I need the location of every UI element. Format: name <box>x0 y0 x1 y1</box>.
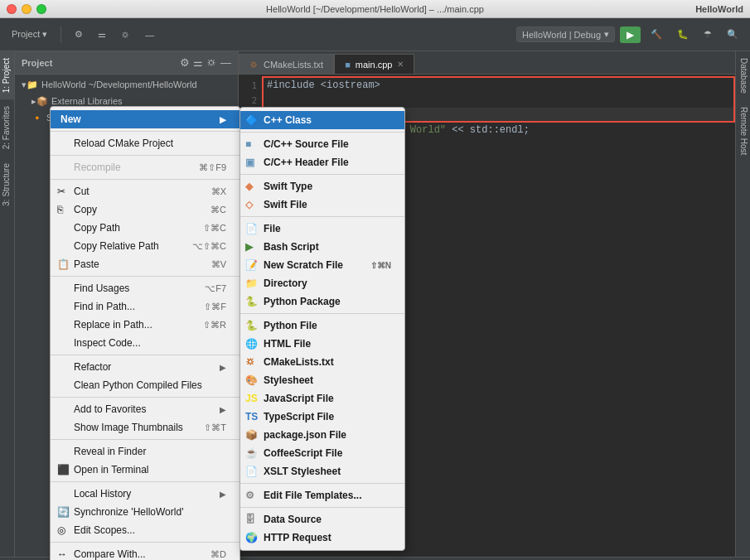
xslt-icon: 📄 <box>245 466 258 477</box>
submenu-item-stylesheet[interactable]: 🎨 Stylesheet <box>240 371 404 389</box>
context-menu-item-paste[interactable]: 📋 Paste ⌘V <box>51 255 240 273</box>
bash-icon: ▶ <box>245 241 253 253</box>
debug-icon[interactable]: 🐛 <box>672 27 694 41</box>
search-icon[interactable]: 🔍 <box>722 27 743 41</box>
submenu-item-python-package[interactable]: 🐍 Python Package <box>240 292 404 311</box>
context-menu-item-new[interactable]: New ▶ 🔷 C++ Class ■ C/C++ Source File <box>51 110 240 128</box>
directory-icon: 📁 <box>245 278 258 289</box>
replaceinpath-label: Replace in Path... <box>74 319 152 331</box>
context-menu-item-openterm[interactable]: ⬛ Open in Terminal <box>51 461 240 479</box>
reload-label: Reload CMake Project <box>74 138 173 149</box>
submenu-item-pkg-json[interactable]: 📦 package.json File <box>240 426 404 444</box>
app-name: HelloWorld <box>695 4 743 14</box>
templates-icon: ⚙ <box>245 490 254 501</box>
chevron-down-icon: ▾ <box>604 29 609 40</box>
submenu-item-label: Directory <box>264 278 307 289</box>
minus-icon[interactable]: — <box>140 28 159 41</box>
copyrelpath-label: Copy Relative Path <box>74 240 159 252</box>
window-title: HelloWorld [~/Development/HelloWorld] – … <box>266 4 484 14</box>
submenu-item-xslt[interactable]: 📄 XSLT Stylesheet <box>240 462 404 480</box>
cut-icon: ✂ <box>57 186 65 197</box>
submenu-item-http-request[interactable]: 🌍 HTTP Request <box>240 529 404 547</box>
submenu-item-file[interactable]: 📄 File <box>240 220 404 238</box>
close-button[interactable] <box>7 4 17 14</box>
context-menu-item-addtofav[interactable]: Add to Favorites ▶ <box>51 400 240 418</box>
ctx-separator <box>51 397 240 398</box>
html-icon: 🌐 <box>245 338 258 350</box>
context-menu-item-copy[interactable]: ⎘ Copy ⌘C <box>51 200 240 219</box>
context-menu-item-revealfinder[interactable]: Reveal in Finder <box>51 442 240 461</box>
datasource-icon: 🗄 <box>245 514 255 525</box>
submenu-item-scratch-file[interactable]: 📝 New Scratch File ⇧⌘N <box>240 256 404 274</box>
submenu-item-swift-type[interactable]: ◆ Swift Type <box>240 177 404 196</box>
arrow-icon: ▶ <box>220 363 226 372</box>
submenu-item-label: HTML File <box>264 338 311 350</box>
python-pkg-icon: 🐍 <box>245 296 258 307</box>
context-menu-item-comparewith[interactable]: ↔ Compare With... ⌘D <box>51 545 240 560</box>
scope-icon: ◎ <box>57 524 65 536</box>
findusages-label: Find Usages <box>74 282 129 294</box>
debug-config-dropdown[interactable]: HelloWorld | Debug ▾ <box>516 27 615 42</box>
window-controls[interactable] <box>7 4 46 14</box>
showimgthumbs-label: Show Image Thumbnails <box>74 422 183 433</box>
submenu-item-cpp-header[interactable]: ▣ C/C++ Header File <box>240 153 404 171</box>
minimize-button[interactable] <box>22 4 31 14</box>
npm-icon: 📦 <box>245 429 258 441</box>
context-menu-item-cut[interactable]: ✂ Cut ⌘X <box>51 182 240 200</box>
submenu-item-cpp-class[interactable]: 🔷 C++ Class <box>240 111 404 129</box>
cpp-header-icon: ▣ <box>245 157 254 168</box>
submenu-item-label: CMakeLists.txt <box>264 356 334 368</box>
submenu-item-label: New Scratch File <box>264 259 343 271</box>
paste-shortcut: ⌘V <box>211 259 226 270</box>
build-icon[interactable]: 🔨 <box>646 27 667 41</box>
settings-icon[interactable]: ⚙ <box>70 27 88 41</box>
inspectcode-label: Inspect Code... <box>74 337 141 349</box>
submenu-item-python-file[interactable]: 🐍 Python File <box>240 316 404 335</box>
context-menu-item-findusages[interactable]: Find Usages ⌥F7 <box>51 279 240 297</box>
submenu-item-html-file[interactable]: 🌐 HTML File <box>240 335 404 353</box>
submenu-item-cpp-source[interactable]: ■ C/C++ Source File <box>240 135 404 153</box>
submenu-item-cmake[interactable]: ⛭ CMakeLists.txt <box>240 353 404 371</box>
http-icon: 🌍 <box>245 532 258 543</box>
title-bar: HelloWorld [~/Development/HelloWorld] – … <box>0 0 750 18</box>
context-menu-item-copypath[interactable]: Copy Path ⇧⌘C <box>51 219 240 237</box>
paste-icon: 📋 <box>57 258 70 270</box>
paste-label: Paste <box>74 258 99 270</box>
arrow-icon: ▶ <box>220 490 226 499</box>
context-menu-item-findinpath[interactable]: Find in Path... ⇧⌘F <box>51 297 240 316</box>
run-button[interactable]: ▶ <box>620 27 641 43</box>
context-menu-item-inspectcode[interactable]: Inspect Code... <box>51 334 240 352</box>
coverage-icon[interactable]: ☂ <box>699 27 717 41</box>
context-menu-item-cleanpython[interactable]: Clean Python Compiled Files <box>51 376 240 394</box>
sync-label: Synchronize 'HelloWorld' <box>74 506 183 518</box>
project-dropdown[interactable]: Project ▾ <box>7 27 52 41</box>
submenu-item-swift-file[interactable]: ◇ Swift File <box>240 196 404 214</box>
context-menu-item-refactor[interactable]: Refactor ▶ <box>51 358 240 376</box>
arrow-icon: ▶ <box>220 115 226 124</box>
submenu-item-js-file[interactable]: JS JavaScript File <box>240 389 404 408</box>
context-menu-item-reload[interactable]: Reload CMake Project <box>51 134 240 152</box>
submenu-item-edit-templates[interactable]: ⚙ Edit File Templates... <box>240 486 404 504</box>
ctx-separator <box>51 179 240 180</box>
context-menu-item-showimgthumbs[interactable]: Show Image Thumbnails ⇧⌘T <box>51 418 240 437</box>
context-menu-item-editscopes[interactable]: ◎ Edit Scopes... <box>51 521 240 539</box>
arrow-icon: ▶ <box>220 405 226 414</box>
gear-icon[interactable]: ⛭ <box>116 28 135 41</box>
context-menu-item-sync[interactable]: 🔄 Synchronize 'HelloWorld' <box>51 503 240 521</box>
context-menu-item-replaceinpath[interactable]: Replace in Path... ⇧⌘R <box>51 316 240 334</box>
submenu-item-directory[interactable]: 📁 Directory <box>240 274 404 292</box>
maximize-button[interactable] <box>36 4 46 14</box>
editscopes-label: Edit Scopes... <box>74 524 135 536</box>
submenu-item-coffee[interactable]: ☕ CoffeeScript File <box>240 444 404 462</box>
submenu-item-data-source[interactable]: 🗄 Data Source <box>240 510 404 529</box>
ts-icon: TS <box>245 411 258 422</box>
refactor-label: Refactor <box>74 361 111 373</box>
replaceinpath-shortcut: ⇧⌘R <box>203 320 226 331</box>
submenu-item-bash-script[interactable]: ▶ Bash Script <box>240 238 404 256</box>
submenu-item-label: Stylesheet <box>264 374 313 386</box>
context-menu-item-localhistory[interactable]: Local History ▶ <box>51 485 240 503</box>
context-menu-item-copyrelpath[interactable]: Copy Relative Path ⌥⇧⌘C <box>51 237 240 255</box>
equalizer-icon[interactable]: ⚌ <box>93 27 111 41</box>
cut-shortcut: ⌘X <box>211 186 226 197</box>
submenu-item-ts-file[interactable]: TS TypeScript File <box>240 408 404 426</box>
